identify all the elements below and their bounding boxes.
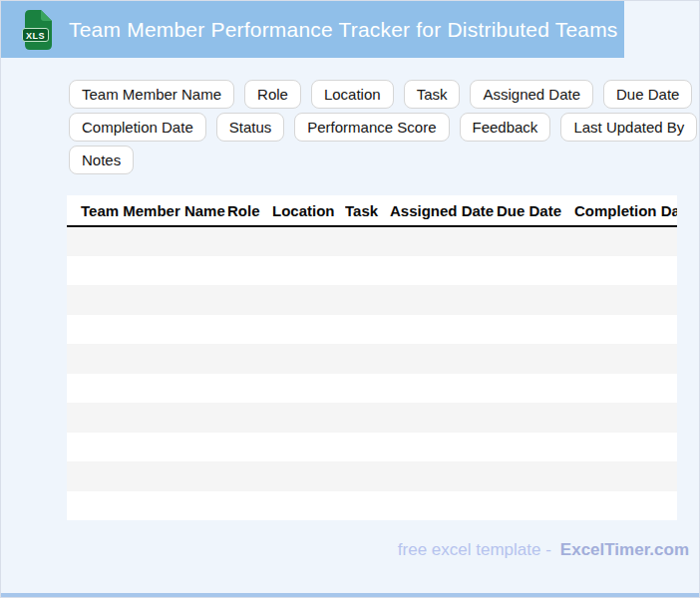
table-row [67, 491, 677, 521]
chip-performance-score[interactable]: Performance Score [294, 113, 449, 142]
table-row [67, 226, 677, 256]
chip-notes[interactable]: Notes [69, 146, 134, 174]
page-title: Team Member Performance Tracker for Dist… [69, 18, 618, 42]
spreadsheet-preview: Team Member Name Role Location Task Assi… [67, 195, 677, 520]
col-header-location: Location [272, 195, 345, 226]
chip-status[interactable]: Status [216, 113, 285, 142]
chip-due-date[interactable]: Due Date [603, 80, 692, 109]
chip-row-2: Completion Date Status Performance Score… [69, 113, 697, 142]
chip-completion-date[interactable]: Completion Date [69, 113, 206, 142]
header-bar: XLS Team Member Performance Tracker for … [1, 1, 624, 58]
chip-last-updated-by[interactable]: Last Updated By [560, 113, 697, 142]
chip-row-1: Team Member Name Role Location Task Assi… [69, 80, 697, 109]
col-header-team-member-name: Team Member Name [67, 195, 227, 226]
preview-table: Team Member Name Role Location Task Assi… [67, 195, 677, 520]
chip-feedback[interactable]: Feedback [460, 113, 551, 142]
col-header-completion-date: Completion Date [574, 195, 677, 226]
chip-team-member-name[interactable]: Team Member Name [69, 80, 234, 109]
chip-location[interactable]: Location [311, 80, 394, 109]
column-chips: Team Member Name Role Location Task Assi… [69, 80, 697, 174]
footer: free excel template -ExcelTimer.com [1, 540, 689, 560]
col-header-role: Role [227, 195, 272, 226]
table-row [67, 344, 677, 374]
footer-brand-link[interactable]: ExcelTimer.com [560, 540, 689, 559]
table-row [67, 433, 677, 462]
table-row [67, 285, 677, 315]
chip-task[interactable]: Task [404, 80, 461, 109]
chip-role[interactable]: Role [244, 80, 301, 109]
chip-row-3: Notes [69, 146, 697, 174]
table-row [67, 256, 677, 286]
col-header-assigned-date: Assigned Date [390, 195, 497, 226]
table-row [67, 315, 677, 345]
bottom-accent-strip [1, 593, 699, 597]
xls-badge-label: XLS [26, 30, 45, 40]
xls-file-icon: XLS [22, 10, 54, 50]
footer-text: free excel template - [398, 540, 551, 559]
col-header-task: Task [345, 195, 390, 226]
table-row [67, 461, 677, 491]
col-header-due-date: Due Date [497, 195, 574, 226]
table-header-row: Team Member Name Role Location Task Assi… [67, 195, 677, 226]
table-row [67, 403, 677, 433]
chip-assigned-date[interactable]: Assigned Date [470, 80, 593, 109]
page: XLS Team Member Performance Tracker for … [0, 0, 700, 598]
table-row [67, 374, 677, 404]
